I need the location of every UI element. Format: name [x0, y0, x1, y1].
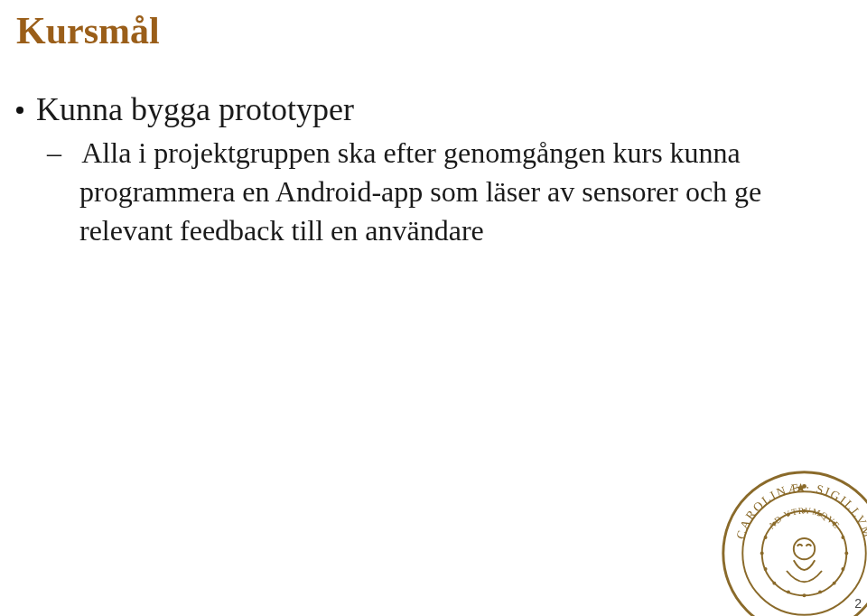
bullet-sub-content: Alla i projektgruppen ska efter genomgån…	[79, 136, 761, 247]
slide-title: Kursmål	[16, 9, 160, 52]
svg-text:AD VTRVMQVE: AD VTRVMQVE	[766, 505, 842, 530]
svg-point-5	[760, 552, 764, 555]
page-number: 2	[854, 596, 862, 611]
bullet-sub-text: – Alla i projektgruppen ska efter genomg…	[52, 134, 831, 251]
svg-point-14	[841, 536, 844, 539]
university-seal-icon: CAROLINÆ · SIGILLVM AD VTRVMQVE	[716, 465, 867, 616]
svg-point-22	[794, 538, 815, 559]
slide-body: Kunna bygga prototyper – Alla i projektg…	[16, 90, 831, 251]
seal-inner-text: AD VTRVMQVE	[766, 505, 842, 530]
svg-point-9	[772, 582, 776, 585]
bullet-main-text: Kunna bygga prototyper	[36, 90, 354, 128]
svg-point-4	[803, 593, 806, 597]
bullet-main-line: Kunna bygga prototyper	[16, 90, 831, 128]
svg-point-13	[764, 536, 768, 539]
svg-point-17	[787, 590, 790, 593]
svg-point-15	[764, 567, 768, 571]
svg-point-6	[844, 552, 848, 555]
svg-point-16	[841, 567, 844, 571]
bullet-icon	[16, 107, 23, 114]
dash-icon: –	[63, 134, 76, 173]
svg-point-10	[833, 582, 836, 585]
svg-point-18	[818, 590, 822, 593]
